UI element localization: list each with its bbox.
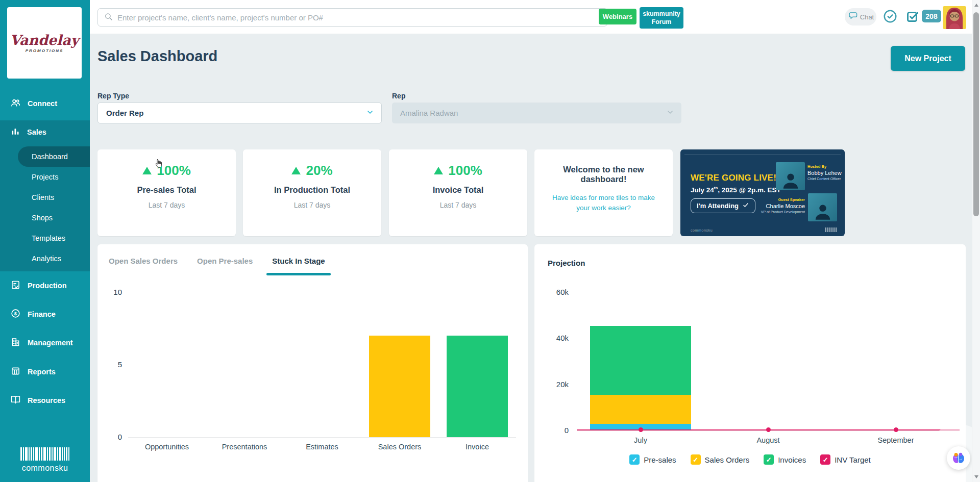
stat-label: In Production Total	[243, 185, 381, 195]
sidebar-item-analytics[interactable]: Analytics	[32, 248, 61, 269]
bar-chart-icon	[10, 126, 20, 138]
sidebar: Vandelay PROMOTIONS Connect Sales	[0, 0, 90, 482]
sidebar-item-connect[interactable]: Connect	[0, 93, 90, 114]
x-axis-label: Estimates	[284, 443, 360, 451]
sidebar-item-label: Reports	[28, 368, 56, 376]
legend-checkbox-icon: ✓	[629, 454, 640, 465]
x-axis-label: July	[602, 436, 679, 444]
legend-item-pre-sales[interactable]: ✓Pre-sales	[629, 454, 676, 465]
chevron-down-icon	[666, 108, 674, 118]
tab-open-sales-orders[interactable]: Open Sales Orders	[109, 257, 178, 275]
rep-type-value: Order Rep	[106, 109, 143, 117]
search-input[interactable]	[117, 13, 601, 22]
im-attending-button[interactable]: I'm Attending	[691, 198, 755, 213]
bar-segment-sales-orders[interactable]	[590, 395, 691, 424]
sidebar-item-templates[interactable]: Templates	[32, 228, 65, 248]
legend-label: Sales Orders	[705, 455, 750, 464]
tasks-checkbox-icon[interactable]	[905, 10, 919, 26]
sidebar-item-shops[interactable]: Shops	[32, 208, 53, 228]
projection-title: Projection	[548, 259, 585, 267]
sidebar-item-sales[interactable]: Sales	[0, 122, 90, 142]
welcome-feedback-link[interactable]: Have ideas for more tiles to make your w…	[546, 193, 662, 213]
projection-legend: ✓Pre-sales✓Sales Orders✓Invoices✓INV Tar…	[534, 454, 966, 465]
bar-sales-orders[interactable]	[369, 336, 430, 437]
global-search[interactable]	[97, 8, 607, 27]
stat-card-in-production[interactable]: 20% In Production Total Last 7 days	[243, 149, 381, 236]
bar-segment-invoices[interactable]	[590, 326, 691, 395]
company-logo-sub: PROMOTIONS	[26, 48, 64, 53]
open-book-icon	[10, 394, 21, 407]
tab-stuck-in-stage[interactable]: Stuck In Stage	[272, 257, 325, 275]
banner-brand: commonsku	[691, 229, 713, 232]
sidebar-item-label: Production	[28, 282, 67, 290]
x-axis-label: Sales Orders	[361, 443, 438, 451]
skummunity-forum-button[interactable]: skummunityForum	[640, 7, 683, 29]
legend-checkbox-icon: ✓	[764, 454, 774, 465]
y-axis-tick: 5	[96, 360, 122, 369]
sidebar-item-resources[interactable]: Resources	[0, 390, 90, 411]
clipboard-icon	[10, 280, 21, 292]
sidebar-item-reports[interactable]: Reports	[0, 362, 90, 382]
stat-delta: 20%	[243, 163, 381, 179]
host-info: Hosted By Bobby Lehew Chief Content Offi…	[807, 164, 842, 181]
sidebar-item-finance[interactable]: $ Finance	[0, 304, 90, 324]
stage-chart-tabs: Open Sales Orders Open Pre-sales Stuck I…	[109, 257, 325, 275]
stat-label: Invoice Total	[389, 185, 527, 195]
stat-label: Pre-sales Total	[97, 185, 236, 195]
new-project-button[interactable]: New Project	[891, 46, 965, 71]
bar-invoice[interactable]	[447, 336, 508, 437]
guest-info: Guest Speaker Charlie Moscoe VP of Produ…	[761, 197, 805, 214]
guest-photo	[808, 193, 837, 221]
user-avatar[interactable]	[943, 6, 966, 29]
legend-item-sales-orders[interactable]: ✓Sales Orders	[691, 454, 750, 465]
y-axis-tick: 20k	[543, 380, 569, 389]
stat-card-invoice[interactable]: 100% Invoice Total Last 7 days	[389, 149, 527, 236]
check-icon	[742, 202, 749, 210]
host-photo	[776, 162, 805, 190]
stat-card-presales[interactable]: 100% Pre-sales Total Last 7 days	[97, 149, 236, 236]
stuck-in-stage-plot: 0510OpportunitiesPresentationsEstimatesS…	[128, 293, 516, 438]
sidebar-item-clients[interactable]: Clients	[32, 187, 54, 208]
triangle-up-icon	[142, 167, 152, 174]
legend-item-inv-target[interactable]: ✓INV Target	[820, 454, 871, 465]
chat-label: Chat	[860, 13, 874, 21]
inv-target-point-august[interactable]	[766, 427, 771, 432]
company-logo-name: Vandelay	[10, 33, 79, 47]
dollar-circle-icon: $	[10, 308, 21, 320]
company-logo[interactable]: Vandelay PROMOTIONS	[7, 7, 82, 79]
stat-period: Last 7 days	[243, 201, 381, 209]
sidebar-item-label: Sales	[27, 128, 46, 136]
sidebar-item-management[interactable]: Management	[0, 333, 90, 353]
rep-label: Rep	[392, 92, 405, 100]
ai-assistant-button[interactable]	[947, 446, 970, 470]
scroll-down-arrow[interactable]	[974, 475, 978, 478]
scroll-up-arrow[interactable]	[974, 4, 978, 7]
page-scrollbar[interactable]	[972, 0, 980, 482]
chevron-down-icon	[366, 108, 374, 118]
commonsku-logo[interactable]: commonsku	[0, 447, 90, 473]
inv-target-point-july[interactable]	[639, 427, 643, 432]
building-icon	[10, 337, 21, 349]
webinar-banner[interactable]: WE'RE GOING LIVE! July 24th, 2025 @ 2p.m…	[680, 149, 845, 236]
legend-item-invoices[interactable]: ✓Invoices	[764, 454, 806, 465]
sidebar-item-production[interactable]: Production	[0, 275, 90, 296]
sidebar-item-projects[interactable]: Projects	[32, 167, 58, 187]
x-axis-label: September	[857, 436, 934, 444]
rep-type-dropdown[interactable]: Order Rep	[97, 103, 382, 123]
rep-dropdown[interactable]: Amalina Radwan	[392, 103, 681, 123]
sidebar-sales-group: Sales Dashboard Projects Clients Shops T…	[0, 120, 90, 271]
commonsku-wordmark: commonsku	[0, 464, 90, 473]
notification-count-badge[interactable]: 208	[922, 10, 941, 22]
circle-check-icon[interactable]	[883, 9, 898, 26]
chat-button[interactable]: Chat	[845, 8, 876, 26]
sidebar-item-label: Management	[28, 339, 73, 347]
y-axis-tick: 40k	[543, 334, 569, 342]
inv-target-point-september[interactable]	[894, 427, 898, 432]
scrollbar-thumb[interactable]	[973, 12, 979, 216]
webinars-button[interactable]: Webinars	[599, 9, 636, 24]
rep-type-label: Rep Type	[97, 92, 129, 100]
search-icon	[104, 12, 113, 23]
report-table-icon	[10, 366, 21, 378]
tab-open-pre-sales[interactable]: Open Pre-sales	[197, 257, 253, 275]
sidebar-item-dashboard[interactable]: Dashboard	[32, 146, 68, 167]
